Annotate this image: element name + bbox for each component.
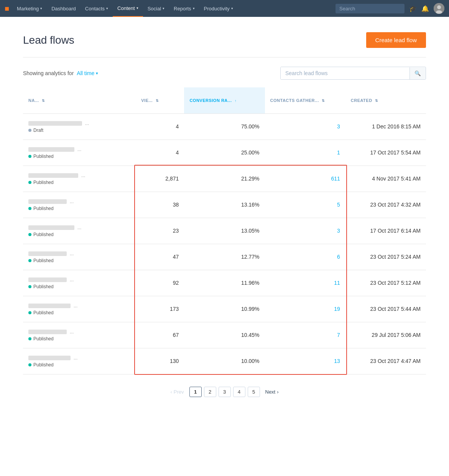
table-row[interactable]: ... Published 47 12.77% 6 23 Oct 2017 5:… (23, 244, 426, 270)
lead-flows-table-wrapper: NA... ⇅ VIE... ⇅ CONVERSION RA... ↑ CONT… (23, 87, 426, 374)
contacts-link-8[interactable]: 19 (334, 306, 340, 312)
page-button-1[interactable]: 1 (189, 387, 202, 397)
cell-name-1: ... Draft (23, 113, 136, 140)
cell-contacts-9[interactable]: 7 (265, 322, 345, 348)
cell-views-10: 130 (136, 348, 184, 374)
table-row[interactable]: ... Published 67 10.45% 7 29 Jul 2017 5:… (23, 322, 426, 348)
svg-point-1 (437, 5, 441, 9)
contacts-link-6[interactable]: 6 (337, 254, 340, 260)
contacts-link-7[interactable]: 11 (334, 280, 340, 286)
cell-name-3: ... Published (23, 166, 136, 192)
contacts-link-4[interactable]: 5 (337, 202, 340, 208)
global-search-input[interactable] (336, 4, 405, 13)
cell-name-10: ... Published (23, 348, 136, 374)
nav-item-social[interactable]: Social ▾ (143, 0, 169, 17)
cell-created-5: 17 Oct 2017 6:14 AM (345, 218, 426, 244)
cell-created-4: 23 Oct 2017 4:32 AM (345, 192, 426, 218)
cell-contacts-4[interactable]: 5 (265, 192, 345, 218)
cell-name-8: ... Published (23, 296, 136, 322)
table-row[interactable]: ... Published 38 13.16% 5 23 Oct 2017 4:… (23, 192, 426, 218)
create-lead-flow-button[interactable]: Create lead flow (366, 32, 426, 48)
name-sort-icon: ⇅ (42, 99, 45, 103)
contacts-link-1[interactable]: 3 (337, 123, 340, 130)
nav-item-reports[interactable]: Reports ▾ (169, 0, 199, 17)
cell-contacts-5[interactable]: 3 (265, 218, 345, 244)
contacts-link-9[interactable]: 7 (337, 332, 340, 338)
nav-item-marketing[interactable]: Marketing ▾ (12, 0, 47, 17)
table-row[interactable]: ... Published 130 10.00% 13 23 Oct 2017 … (23, 348, 426, 374)
page-button-3[interactable]: 3 (219, 387, 231, 397)
table-row[interactable]: ... Published 173 10.99% 19 23 Oct 2017 … (23, 296, 426, 322)
contacts-link-10[interactable]: 13 (334, 358, 340, 364)
nav-item-productivity[interactable]: Productivity ▾ (199, 0, 238, 17)
created-sort-icon: ⇅ (375, 99, 378, 103)
column-header-name[interactable]: NA... ⇅ (23, 87, 136, 113)
time-filter-value: All time (77, 70, 94, 76)
status-dot (28, 363, 31, 366)
contacts-link-5[interactable]: 3 (337, 228, 340, 234)
column-header-contacts[interactable]: CONTACTS GATHER... ⇅ (265, 87, 345, 113)
table-row[interactable]: ... Published 92 11.96% 11 23 Oct 2017 5… (23, 270, 426, 296)
cell-created-6: 23 Oct 2017 5:24 AM (345, 244, 426, 270)
column-header-views[interactable]: VIE... ⇅ (136, 87, 184, 113)
cell-created-2: 17 Oct 2017 5:54 AM (345, 140, 426, 166)
column-header-created[interactable]: CREATED ⇅ (345, 87, 426, 113)
contacts-link-2[interactable]: 1 (337, 149, 340, 156)
nav-item-contacts[interactable]: Contacts ▾ (81, 0, 113, 17)
cell-conversion-9: 10.45% (184, 322, 265, 348)
content-dropdown-icon: ▾ (137, 6, 138, 10)
prev-page-button[interactable]: ‹ Prev (167, 387, 187, 397)
time-filter-select[interactable]: All time ▾ (77, 70, 98, 76)
chevron-left-icon: ‹ (170, 389, 172, 395)
status-dot (28, 181, 31, 184)
header-divider (23, 57, 426, 57)
cell-contacts-2[interactable]: 1 (265, 140, 345, 166)
cell-conversion-10: 10.00% (184, 348, 265, 374)
cell-name-7: ... Published (23, 270, 136, 296)
status-label: Published (33, 206, 54, 211)
analytics-filter: Showing analytics for All time ▾ (23, 70, 98, 76)
search-icon: 🔍 (414, 71, 421, 76)
column-header-conversion[interactable]: CONVERSION RA... ↑ (184, 87, 265, 113)
nav-item-content[interactable]: Content ▾ (113, 0, 143, 17)
search-button[interactable]: 🔍 (410, 67, 426, 79)
contacts-dropdown-icon: ▾ (106, 7, 108, 10)
cell-contacts-6[interactable]: 6 (265, 244, 345, 270)
bell-icon[interactable]: 🔔 (421, 5, 429, 12)
status-dot (28, 285, 31, 288)
user-avatar[interactable] (434, 3, 444, 14)
page-button-5[interactable]: 5 (248, 387, 260, 397)
status-label: Published (33, 362, 54, 368)
next-page-button[interactable]: Next › (262, 387, 282, 397)
main-content: Lead flows Create lead flow Showing anal… (0, 17, 449, 412)
cell-contacts-8[interactable]: 19 (265, 296, 345, 322)
table-header: NA... ⇅ VIE... ⇅ CONVERSION RA... ↑ CONT… (23, 87, 426, 113)
status-label: Draft (33, 128, 43, 133)
chevron-right-icon: › (277, 389, 278, 395)
nav-item-dashboard[interactable]: Dashboard (47, 0, 81, 17)
page-button-4[interactable]: 4 (233, 387, 245, 397)
contacts-link-3[interactable]: 611 (331, 176, 340, 182)
status-label: Published (33, 180, 54, 185)
table-row[interactable]: ... Published 2,871 21.29% 611 4 Nov 201… (23, 166, 426, 192)
cell-contacts-1[interactable]: 3 (265, 113, 345, 140)
lead-flow-search-input[interactable] (281, 67, 410, 79)
page-button-2[interactable]: 2 (204, 387, 216, 397)
graduation-cap-icon[interactable]: 🎓 (409, 5, 417, 12)
cell-name-2: ... Published (23, 140, 136, 166)
cell-contacts-3[interactable]: 611 (265, 166, 345, 192)
table-row[interactable]: ... Published 23 13.05% 3 17 Oct 2017 6:… (23, 218, 426, 244)
status-dot (28, 207, 31, 210)
status-label: Published (33, 336, 54, 341)
cell-conversion-4: 13.16% (184, 192, 265, 218)
social-dropdown-icon: ▾ (163, 7, 164, 10)
time-filter-dropdown-icon: ▾ (96, 71, 98, 76)
showing-analytics-label: Showing analytics for (23, 70, 74, 76)
cell-contacts-10[interactable]: 13 (265, 348, 345, 374)
cell-contacts-7[interactable]: 11 (265, 270, 345, 296)
table-row[interactable]: ... Published 4 25.00% 1 17 Oct 2017 5:5… (23, 140, 426, 166)
cell-conversion-1: 75.00% (184, 113, 265, 140)
table-row[interactable]: ... Draft 4 75.00% 3 1 Dec 2016 8:15 AM (23, 113, 426, 140)
status-label: Published (33, 258, 54, 263)
status-label: Published (33, 310, 54, 315)
